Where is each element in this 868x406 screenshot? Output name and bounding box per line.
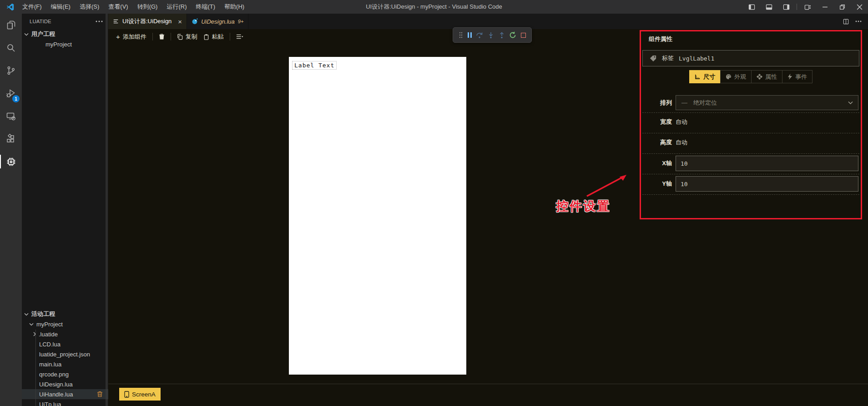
tab-label: 外观 [734, 73, 746, 81]
tab-uidesign-lua[interactable]: UiDesign.lua 9+ [187, 14, 248, 29]
menu-run[interactable]: 运行(R) [162, 0, 191, 14]
toolbar-divider [152, 33, 153, 41]
tree-active-project-section[interactable]: 活动工程 [22, 309, 108, 319]
stop-icon[interactable] [521, 33, 526, 38]
field-arrange-row: 排列 — 绝对定位 [640, 95, 862, 110]
panel-title: 组件属性 [649, 35, 672, 43]
x-axis-input[interactable] [676, 156, 858, 171]
window-title: UI设计器:UiDesign - myProject - Visual Stud… [366, 3, 502, 11]
webview-list-icon [113, 18, 119, 25]
step-out-icon[interactable] [499, 32, 505, 39]
menu-selection[interactable]: 选择(S) [75, 0, 104, 14]
more-actions-icon[interactable] [855, 20, 862, 22]
height-label: 高度 [640, 138, 672, 147]
screen-phone-icon [124, 391, 129, 398]
component-tag-row[interactable]: 标签 LvglLabel1 [642, 50, 859, 66]
menu-file[interactable]: 文件(F) [18, 0, 46, 14]
tree-item-file[interactable]: LCD.lua [22, 339, 108, 349]
tab-appearance[interactable]: 外观 [720, 70, 752, 83]
chevron-down-icon [848, 101, 853, 105]
tree-item-file[interactable]: UiTp.lua [22, 399, 108, 406]
tree-item-label: UiHandle.lua [39, 391, 73, 398]
copy-button[interactable]: 复制 [177, 33, 197, 41]
chevron-down-icon [29, 323, 34, 326]
layout-sidebar-left-icon[interactable] [743, 0, 760, 14]
menu-edit[interactable]: 编辑(E) [46, 0, 75, 14]
ui-designer-webview: + 添加组件 复制 粘贴 [108, 29, 868, 406]
search-icon[interactable] [0, 36, 22, 59]
more-actions-icon[interactable] [96, 20, 103, 22]
tree-item-label: LCD.lua [39, 341, 61, 348]
add-component-label: 添加组件 [123, 33, 146, 41]
tab-label: 事件 [795, 73, 807, 81]
delete-component-button[interactable] [159, 33, 165, 40]
screen-tab-screena[interactable]: ScreenA [119, 388, 161, 401]
toolbar-divider [230, 33, 230, 41]
tree-item-luatide-folder[interactable]: .luatide [22, 329, 108, 339]
layout-customize-icon[interactable] [799, 0, 816, 14]
step-over-icon[interactable] [476, 32, 483, 39]
menu-terminal[interactable]: 终端(T) [191, 0, 220, 14]
luatide-sidebar: LUATIDE 用户工程 myProject 活动工程 myProject [22, 14, 108, 406]
activity-bar: 1 [0, 14, 22, 406]
restore-button[interactable] [833, 0, 851, 14]
run-debug-icon[interactable]: 1 [0, 82, 22, 105]
tree-user-myproject[interactable]: myProject [22, 39, 108, 49]
field-x-row: X轴 [640, 156, 862, 171]
tab-size[interactable]: 尺寸 [689, 70, 721, 83]
add-component-button[interactable]: + 添加组件 [116, 33, 146, 41]
sidebar-scrollbar[interactable] [106, 14, 108, 406]
design-canvas[interactable]: Label Text [289, 57, 466, 375]
paste-button[interactable]: 粘贴 [203, 33, 224, 41]
menu-view[interactable]: 查看(V) [104, 0, 132, 14]
arrange-select[interactable]: — 绝对定位 [676, 95, 858, 110]
tab-events[interactable]: 事件 [782, 70, 812, 83]
pause-icon[interactable] [468, 32, 472, 38]
y-axis-label: Y轴 [640, 180, 672, 188]
trash-icon [159, 33, 165, 40]
split-editor-icon[interactable] [843, 18, 849, 25]
tree-item-file[interactable]: UiDesign.lua [22, 379, 108, 389]
source-control-icon[interactable] [0, 59, 22, 82]
drag-handle-icon[interactable] [459, 31, 463, 39]
y-axis-input[interactable] [676, 176, 858, 192]
tab-attributes[interactable]: 属性 [751, 70, 782, 83]
screens-divider [108, 384, 868, 384]
menu-go[interactable]: 转到(G) [133, 0, 162, 14]
layer-list-button[interactable] [236, 34, 243, 40]
widget-props-icon [757, 74, 762, 80]
arrange-label: 排列 [640, 99, 672, 107]
ruler-icon [695, 74, 701, 80]
luatide-chip-icon[interactable] [0, 150, 22, 173]
tree-section-label: 用户工程 [31, 30, 55, 38]
lvgl-label-component[interactable]: Label Text [292, 61, 337, 70]
delete-file-icon[interactable] [97, 391, 103, 397]
remote-explorer-icon[interactable] [0, 105, 22, 127]
tree-item-file[interactable]: main.lua [22, 359, 108, 369]
tree-item-file[interactable]: qrcode.png [22, 369, 108, 379]
layout-sidebar-right-icon[interactable] [777, 0, 795, 14]
tag-label: 标签 [662, 54, 674, 62]
tab-label: 尺寸 [703, 73, 715, 81]
titlebar-separator [797, 4, 797, 10]
restart-icon[interactable] [509, 31, 516, 39]
explorer-icon[interactable] [0, 14, 22, 36]
close-tab-icon[interactable]: × [178, 18, 182, 25]
tree-item-myproject[interactable]: myProject [22, 319, 108, 329]
annotation-text: 控件设置 [556, 198, 611, 214]
extensions-icon[interactable] [0, 127, 22, 150]
close-window-button[interactable] [851, 0, 868, 14]
sidebar-header: LUATIDE [22, 14, 108, 29]
tree-item-file-uihandle[interactable]: UiHandle.lua [22, 389, 108, 399]
active-project-tree: 活动工程 myProject .luatide LCD.lua luatide_… [22, 309, 108, 406]
tree-item-file[interactable]: luatide_project.json [22, 349, 108, 359]
menu-help[interactable]: 帮助(H) [220, 0, 249, 14]
tree-user-project-section[interactable]: 用户工程 [22, 29, 108, 39]
tab-ui-designer[interactable]: UI设计器:UiDesign × [108, 14, 187, 29]
component-properties-panel: 组件属性 标签 LvglLabel1 尺寸 外观 属性 [640, 30, 862, 244]
tab-problems-badge: 9+ [238, 19, 244, 24]
chevron-down-icon [24, 33, 29, 36]
layout-panel-icon[interactable] [760, 0, 777, 14]
step-into-icon[interactable] [488, 32, 494, 39]
minimize-button[interactable] [816, 0, 833, 14]
